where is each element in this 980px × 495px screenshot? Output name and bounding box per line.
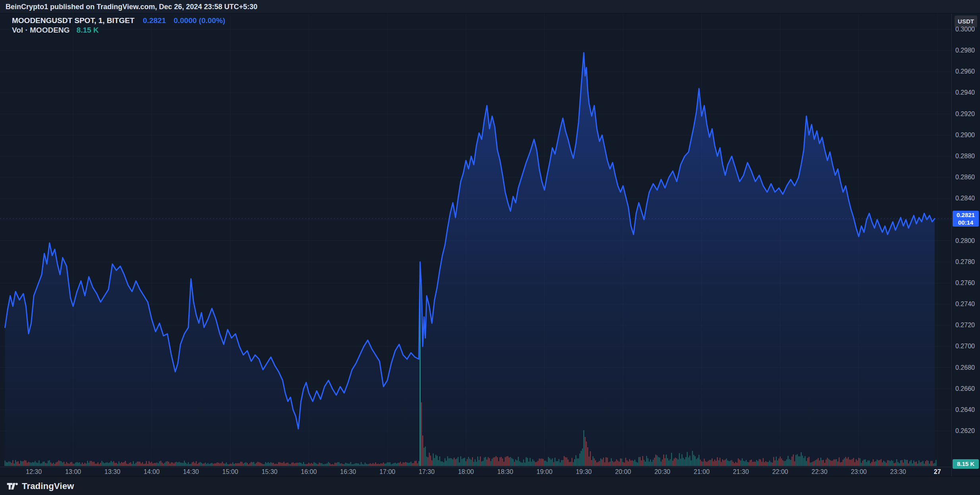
tradingview-home-link[interactable]: TradingView bbox=[6, 477, 74, 495]
time-axis-label: 21:30 bbox=[733, 468, 749, 476]
price-axis-label: 0.3000 bbox=[955, 25, 975, 33]
volume-axis-badge: 8.15 K bbox=[953, 459, 979, 469]
time-axis-label: 18:30 bbox=[497, 468, 513, 476]
time-axis-label: 21:00 bbox=[694, 468, 710, 476]
tradingview-wordmark: TradingView bbox=[22, 481, 74, 491]
time-axis-label: 13:00 bbox=[65, 468, 81, 476]
last-price-badge: 0.2821 00:14 bbox=[953, 211, 979, 227]
price-axis-label: 0.2740 bbox=[955, 300, 975, 308]
price-axis-label: 0.2640 bbox=[955, 406, 975, 414]
price-change-value: 0.0000 (0.00%) bbox=[174, 16, 225, 25]
price-axis[interactable]: USDT 0.2821 00:14 8.15 K 0.30000.29800.2… bbox=[951, 14, 980, 476]
time-axis-label: 15:30 bbox=[261, 468, 277, 476]
symbol-title[interactable]: MOODENGUSDT SPOT, 1, BITGET bbox=[12, 16, 134, 25]
time-axis[interactable]: 12:3013:0013:3014:0014:3015:0015:3016:00… bbox=[0, 467, 951, 476]
price-chart-canvas[interactable] bbox=[0, 0, 980, 495]
bar-countdown-timer: 00:14 bbox=[953, 219, 979, 226]
price-axis-label: 0.2920 bbox=[955, 110, 975, 118]
time-axis-label: 16:00 bbox=[301, 468, 317, 476]
time-axis-label: 18:00 bbox=[458, 468, 474, 476]
tradingview-logo-icon bbox=[6, 481, 18, 491]
time-axis-label: 23:00 bbox=[851, 468, 867, 476]
price-axis-label: 0.2900 bbox=[955, 131, 975, 139]
price-axis-label: 0.2800 bbox=[955, 237, 975, 245]
time-axis-label: 16:30 bbox=[340, 468, 356, 476]
time-axis-label: 20:30 bbox=[655, 468, 670, 476]
last-price-value: 0.2821 bbox=[143, 16, 166, 25]
price-axis-label: 0.2840 bbox=[955, 194, 975, 202]
price-axis-label: 0.2660 bbox=[955, 385, 975, 393]
price-axis-label: 0.2780 bbox=[955, 258, 975, 266]
chart-legend: MOODENGUSDT SPOT, 1, BITGET 0.2821 0.000… bbox=[12, 16, 231, 35]
time-axis-label: 14:30 bbox=[183, 468, 199, 476]
price-axis-label: 0.2680 bbox=[955, 364, 975, 372]
last-price-badge-value: 0.2821 bbox=[953, 211, 979, 219]
footer-bar: TradingView bbox=[0, 476, 980, 495]
price-axis-label: 0.2960 bbox=[955, 68, 975, 76]
legend-symbol-row: MOODENGUSDT SPOT, 1, BITGET 0.2821 0.000… bbox=[12, 16, 231, 25]
time-axis-label: 19:30 bbox=[576, 468, 592, 476]
time-axis-label: 17:30 bbox=[419, 468, 435, 476]
time-axis-label: 12:30 bbox=[26, 468, 42, 476]
time-axis-label: 23:30 bbox=[890, 468, 906, 476]
volume-value: 8.15 K bbox=[77, 26, 99, 34]
price-axis-label: 0.2880 bbox=[955, 152, 975, 160]
volume-indicator-label[interactable]: Vol · MOODENG bbox=[12, 26, 70, 34]
price-axis-label: 0.2980 bbox=[955, 47, 975, 54]
time-axis-label: 15:00 bbox=[222, 468, 238, 476]
time-axis-label: 20:00 bbox=[615, 468, 631, 476]
legend-volume-row: Vol · MOODENG 8.15 K bbox=[12, 25, 231, 35]
price-axis-label: 0.2860 bbox=[955, 173, 975, 181]
price-axis-label: 0.2620 bbox=[955, 427, 975, 435]
tradingview-chart-page: BeinCrypto1 published on TradingView.com… bbox=[0, 0, 980, 495]
time-axis-label: 27 bbox=[934, 468, 941, 476]
time-axis-label: 22:30 bbox=[812, 468, 827, 476]
price-axis-label: 0.2940 bbox=[955, 89, 975, 97]
time-axis-label: 13:30 bbox=[105, 468, 120, 476]
time-axis-label: 17:00 bbox=[380, 468, 395, 476]
time-axis-label: 19:00 bbox=[536, 468, 552, 476]
price-axis-label: 0.2720 bbox=[955, 321, 975, 329]
time-axis-label: 22:00 bbox=[772, 468, 788, 476]
price-axis-label: 0.2760 bbox=[955, 279, 975, 287]
time-axis-label: 14:00 bbox=[144, 468, 160, 476]
price-axis-label: 0.2700 bbox=[955, 342, 975, 350]
